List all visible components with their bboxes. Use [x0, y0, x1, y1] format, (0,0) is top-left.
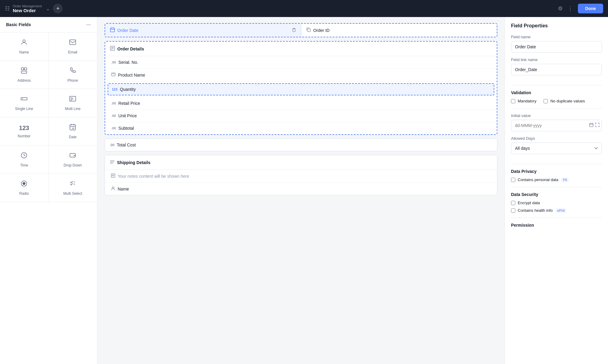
grid-icon: ☷ [5, 5, 10, 12]
field-name-input[interactable] [511, 41, 602, 53]
multi-select-icon [69, 180, 76, 189]
no-duplicate-label: No duplicate values [550, 99, 585, 103]
sidebar-item-phone[interactable]: Phone [49, 61, 97, 89]
allowed-days-label: Allowed Days [511, 136, 602, 141]
field-link-input[interactable] [511, 64, 602, 75]
notes-label: Your notes content will be shown here [118, 174, 189, 179]
mandatory-row: Mandatory No duplicate values [511, 99, 602, 103]
initial-value-input[interactable] [511, 120, 602, 131]
sidebar-item-radio-label: Radio [19, 191, 29, 196]
sidebar-item-email[interactable]: Email [49, 33, 97, 61]
data-privacy-title: Data Privacy [511, 169, 602, 174]
health-info-label: Contains health info [518, 208, 553, 213]
field-name-label: Field name [511, 35, 602, 39]
serial-no-field[interactable]: .00 Serial. No. [105, 56, 497, 69]
health-info-row: Contains health info ePHI [511, 208, 602, 213]
order-date-field[interactable]: Order Date [105, 24, 301, 37]
order-id-field[interactable]: Order ID [301, 24, 497, 37]
sidebar-item-single-line[interactable]: Single Line [0, 89, 49, 117]
order-details-title: Order Details [117, 46, 144, 51]
top-fields-row: Order Date Order ID [105, 23, 497, 37]
sidebar-item-multi-select[interactable]: Multi Select [49, 174, 97, 202]
sidebar-item-date[interactable]: 15 Date [49, 117, 97, 146]
quantity-field[interactable]: 123 Quantity [108, 83, 494, 95]
header-left: ☷ Order Management New Order ⌄ + [5, 4, 554, 13]
retail-price-field[interactable]: .00 Retail Price [105, 97, 497, 110]
sidebar-item-time-label: Time [20, 163, 28, 167]
decimal-icon: .00 [111, 101, 116, 105]
sidebar-item-email-label: Email [68, 50, 77, 54]
radio-icon [20, 180, 28, 189]
text-field-icon [111, 72, 116, 77]
sidebar: Basic Fields — Name Email [0, 17, 97, 364]
phone-icon [69, 67, 76, 76]
retail-price-label: Retail Price [118, 101, 140, 106]
no-duplicate-checkbox[interactable] [544, 99, 548, 103]
section-icon [110, 46, 115, 52]
encrypt-data-label: Encrypt data [518, 201, 540, 205]
delete-field-icon[interactable] [292, 28, 296, 33]
notes-field[interactable]: Your notes content will be shown here [105, 170, 497, 183]
header-subtitle: Order Management [13, 4, 42, 8]
email-icon [69, 39, 76, 48]
subtotal-icon: .00 [111, 126, 116, 130]
svg-rect-26 [293, 29, 295, 32]
sidebar-item-dropdown[interactable]: Drop Down [49, 146, 97, 174]
subtotal-field[interactable]: .00 Subtotal [105, 122, 497, 134]
order-id-label: Order ID [313, 28, 330, 33]
shipping-details-header: Shipping Details [105, 155, 497, 170]
allowed-days-select[interactable]: All days Weekdays Weekends [511, 143, 602, 154]
personal-data-label: Contains personal data [518, 177, 558, 182]
mandatory-label: Mandatory [518, 99, 536, 103]
panel-title: Field Properties [511, 23, 602, 29]
sidebar-item-multi-line[interactable]: Multi Line [49, 89, 97, 117]
main-layout: Basic Fields — Name Email [0, 17, 608, 364]
encrypt-data-checkbox[interactable] [511, 201, 515, 205]
header-title-block: Order Management New Order [13, 4, 42, 13]
sidebar-title: Basic Fields [6, 22, 31, 27]
initial-value-wrapper [511, 120, 602, 131]
collapse-icon[interactable]: — [86, 22, 91, 27]
app-header: ☷ Order Management New Order ⌄ + ⚙ ⋮ Don… [0, 0, 608, 17]
sidebar-item-phone-label: Phone [67, 78, 78, 83]
health-info-checkbox[interactable] [511, 208, 515, 213]
sidebar-item-radio[interactable]: Radio [0, 174, 49, 202]
shipping-details-section: Shipping Details Your notes content will… [105, 155, 497, 195]
shipping-name-field[interactable]: Name [105, 183, 497, 195]
sidebar-item-address[interactable]: Address [0, 61, 49, 89]
pii-badge: PII [561, 178, 568, 182]
order-details-section: Order Details .00 Serial. No. Product Na… [105, 41, 497, 135]
total-cost-field[interactable]: .00 Total Cost [105, 139, 497, 151]
expand-icon[interactable] [595, 123, 599, 128]
data-security-title: Data Security [511, 192, 602, 197]
mandatory-checkbox[interactable] [511, 99, 515, 103]
header-right: ⚙ ⋮ Done [558, 4, 603, 13]
sidebar-header: Basic Fields — [0, 17, 97, 33]
product-name-field[interactable]: Product Name [105, 69, 497, 81]
sidebar-item-time[interactable]: Time [0, 146, 49, 174]
subtotal-label: Subtotal [118, 126, 134, 131]
sidebar-item-dropdown-label: Drop Down [64, 163, 82, 167]
more-options-icon[interactable]: ⋮ [568, 5, 573, 12]
done-button[interactable]: Done [578, 4, 603, 13]
unit-price-field[interactable]: .00 Unit Price [105, 110, 497, 122]
header-chevron-icon[interactable]: ⌄ [46, 6, 50, 12]
svg-rect-17 [70, 153, 75, 157]
date-icon: 15 [69, 123, 76, 132]
sidebar-item-name[interactable]: Name [0, 33, 49, 61]
shipping-person-icon [111, 186, 115, 191]
calendar-picker-icon[interactable] [589, 123, 593, 128]
shipping-details-title: Shipping Details [117, 160, 150, 165]
sidebar-item-address-label: Address [17, 78, 31, 83]
svg-rect-22 [110, 28, 115, 32]
person-icon [20, 39, 28, 48]
calendar-icon [110, 27, 115, 33]
add-tab-button[interactable]: + [53, 4, 63, 13]
quantity-label: Quantity [120, 87, 136, 92]
unit-price-label: Unit Price [118, 113, 137, 118]
shipping-section-icon [110, 160, 115, 165]
initial-value-icons [589, 123, 599, 128]
sidebar-item-number[interactable]: 123 Number [0, 117, 49, 146]
settings-icon[interactable]: ⚙ [558, 5, 563, 12]
personal-data-checkbox[interactable] [511, 178, 515, 182]
